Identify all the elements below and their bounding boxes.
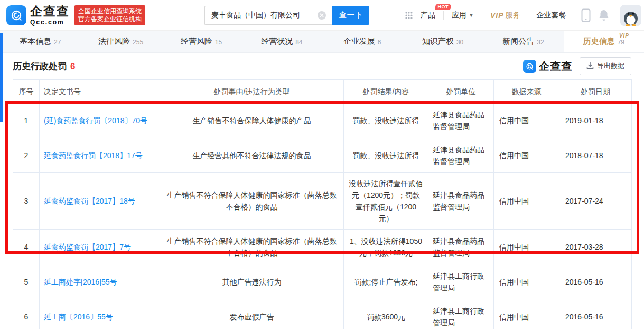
section-header: 历史行政处罚6 企查查 导出数据 — [13, 53, 631, 79]
tab-operation-risk[interactable]: 经营风险15 — [161, 31, 241, 52]
column-header: 处罚结果/内容 — [344, 80, 428, 103]
doc-number-link[interactable]: 延食药监食行罚【2018】17号 — [44, 151, 143, 160]
tab-legal-risk[interactable]: 法律风险255 — [80, 31, 161, 52]
reason-cell: 生产销售不符合保障人体健康的国家标准（菌落总数不合格）的食品 — [160, 230, 344, 264]
tab-bar: 基本信息27 法律风险255 经营风险15 经营状况84 企业发展6 知识产权3… — [0, 31, 644, 53]
doc-number-cell: 延工商处字[2016]55号 — [40, 264, 160, 299]
doc-number-link[interactable]: 延食药监食罚【2017】18号 — [44, 197, 135, 205]
result-cell: 罚款、没收违法所得 — [344, 103, 428, 138]
nav-apps[interactable]: 应用 ▼ — [452, 11, 474, 20]
date-cell: 2018-07-18 — [559, 138, 632, 173]
nav-enterprise-plan[interactable]: 企业套餐 — [536, 11, 566, 20]
result-cell: 1、没收违法所得1050元，罚款1050元 — [344, 230, 428, 264]
divider — [482, 11, 482, 20]
qcc-watermark-text: 企查查 — [539, 59, 572, 74]
source-cell: 信用中国 — [494, 138, 559, 173]
table-row: 1(延)食药监食行罚〔2018〕70号生产销售不符合保障人体健康的产品罚款、没收… — [13, 103, 632, 138]
table-header-row: 序号决定文书号处罚事由/违法行为类型处罚结果/内容处罚单位数据来源处罚日期 — [13, 80, 632, 103]
apps-grid-icon[interactable] — [405, 12, 413, 19]
date-cell: 2017-07-24 — [559, 173, 632, 230]
source-cell: 信用中国 — [494, 103, 559, 138]
qcc-logo-icon — [6, 5, 26, 25]
source-cell: 信用中国 — [494, 264, 559, 299]
notification-bell-icon[interactable] — [599, 9, 609, 22]
result-cell: 没收违法所得壹仟贰佰元（1200元）；罚款壹仟贰佰元（1200元） — [344, 173, 428, 230]
result-cell: 罚款3600元 — [344, 299, 428, 329]
doc-number-link[interactable]: 延工商〔2016〕55号 — [44, 313, 113, 321]
download-icon — [586, 62, 594, 71]
source-cell: 信用中国 — [494, 173, 559, 230]
certification-badge: 全国企业信用查询系统 官方备案企业征信机构 — [74, 5, 145, 25]
nav-vip-service[interactable]: VIP 服务 — [490, 11, 520, 20]
nav-products[interactable]: 产品 HOT — [421, 11, 435, 20]
penalty-table-body: 1(延)食药监食行罚〔2018〕70号生产销售不符合保障人体健康的产品罚款、没收… — [13, 103, 632, 329]
doc-number-cell: (延)食药监食行罚〔2018〕70号 — [40, 103, 160, 138]
source-cell: 信用中国 — [494, 299, 559, 329]
index-cell: 5 — [13, 264, 40, 299]
hot-badge: HOT — [435, 4, 452, 10]
authority-cell: 延津县工商行政管理局 — [428, 299, 494, 329]
doc-number-cell: 延食药监食罚【2017】18号 — [40, 173, 160, 230]
reason-cell: 生产经营其他不符合法律法规的食品 — [160, 138, 344, 173]
table-row: 5延工商处字[2016]55号其他广告违法行为罚款;停止广告发布;延津县工商行政… — [13, 264, 632, 299]
user-avatar[interactable] — [620, 5, 641, 26]
column-header: 处罚日期 — [559, 80, 632, 103]
index-cell: 4 — [13, 230, 40, 264]
tab-operation-status[interactable]: 经营状况84 — [241, 31, 322, 52]
date-cell: 2017-03-28 — [559, 230, 632, 264]
tab-history-info[interactable]: 历史信息79VIP — [564, 31, 644, 52]
table-row: 4延食药监食罚【2017】7号生产销售不符合保障人体健康的国家标准（菌落总数不合… — [13, 230, 632, 264]
table-row: 6延工商〔2016〕55号发布虚假广告罚款3600元延津县工商行政管理局信用中国… — [13, 299, 632, 329]
column-header: 决定文书号 — [40, 80, 160, 103]
doc-number-cell: 延食药监食罚【2017】7号 — [40, 230, 160, 264]
authority-cell: 延津县食品药品监督管理局 — [428, 230, 494, 264]
table-row: 3延食药监食罚【2017】18号生产销售不符合保障人体健康的国家标准（菌落总数不… — [13, 173, 632, 230]
left-scroll-indicator — [0, 33, 3, 122]
date-cell: 2019-01-18 — [559, 103, 632, 138]
index-cell: 1 — [13, 103, 40, 138]
brand-name: 企查查 — [30, 5, 70, 17]
tab-basic-info[interactable]: 基本信息27 — [0, 31, 80, 52]
date-cell: 2016-05-16 — [559, 299, 632, 329]
penalty-count-badge: 6 — [70, 61, 75, 71]
index-cell: 3 — [13, 173, 40, 230]
tab-news[interactable]: 新闻公告32 — [483, 31, 563, 52]
divider — [443, 11, 444, 20]
vip-wordmark: VIP — [490, 11, 504, 20]
tab-company-development[interactable]: 企业发展6 — [322, 31, 403, 52]
penalty-table: 序号决定文书号处罚事由/违法行为类型处罚结果/内容处罚单位数据来源处罚日期 1(… — [13, 79, 632, 329]
mobile-app-icon[interactable] — [581, 8, 591, 22]
index-cell: 2 — [13, 138, 40, 173]
reason-cell: 发布虚假广告 — [160, 299, 344, 329]
search-input[interactable] — [204, 6, 332, 25]
qcc-watermark: 企查查 — [523, 59, 572, 74]
export-data-button[interactable]: 导出数据 — [580, 57, 631, 75]
nav-apps-label: 应用 — [452, 11, 466, 20]
clear-search-icon[interactable] — [318, 11, 326, 20]
page: 企查查 Qcc.com 全国企业信用查询系统 官方备案企业征信机构 查一下 产品… — [0, 0, 644, 329]
tab-intellectual-property[interactable]: 知识产权30 — [403, 31, 483, 52]
certification-line-1: 全国企业信用查询系统 — [78, 7, 142, 15]
vip-service-label: 服务 — [505, 11, 520, 20]
doc-number-link[interactable]: 延食药监食罚【2017】7号 — [44, 243, 131, 251]
index-cell: 6 — [13, 299, 40, 329]
search-button[interactable]: 查一下 — [332, 6, 369, 25]
column-header: 数据来源 — [494, 80, 559, 103]
date-cell: 2016-05-16 — [559, 264, 632, 299]
authority-cell: 延津县食品药品监督管理局 — [428, 173, 494, 230]
doc-number-link[interactable]: (延)食药监食行罚〔2018〕70号 — [44, 116, 147, 125]
column-header: 处罚单位 — [428, 80, 494, 103]
nav-products-label: 产品 — [421, 11, 435, 20]
authority-cell: 延津县食品药品监督管理局 — [428, 138, 494, 173]
reason-cell: 生产销售不符合保障人体健康的产品 — [160, 103, 344, 138]
vip-tag: VIP — [619, 33, 629, 39]
doc-number-cell: 延食药监食行罚【2018】17号 — [40, 138, 160, 173]
chevron-down-icon: ▼ — [469, 12, 474, 18]
doc-number-link[interactable]: 延工商处字[2016]55号 — [44, 278, 117, 286]
authority-cell: 延津县食品药品监督管理局 — [428, 103, 494, 138]
reason-cell: 生产销售不符合保障人体健康的国家标准（菌落总数不合格）的食品 — [160, 173, 344, 230]
top-header: 企查查 Qcc.com 全国企业信用查询系统 官方备案企业征信机构 查一下 产品… — [0, 0, 644, 31]
source-cell: 信用中国 — [494, 230, 559, 264]
doc-number-cell: 延工商〔2016〕55号 — [40, 299, 160, 329]
qcc-logo[interactable]: 企查查 Qcc.com — [6, 5, 70, 25]
